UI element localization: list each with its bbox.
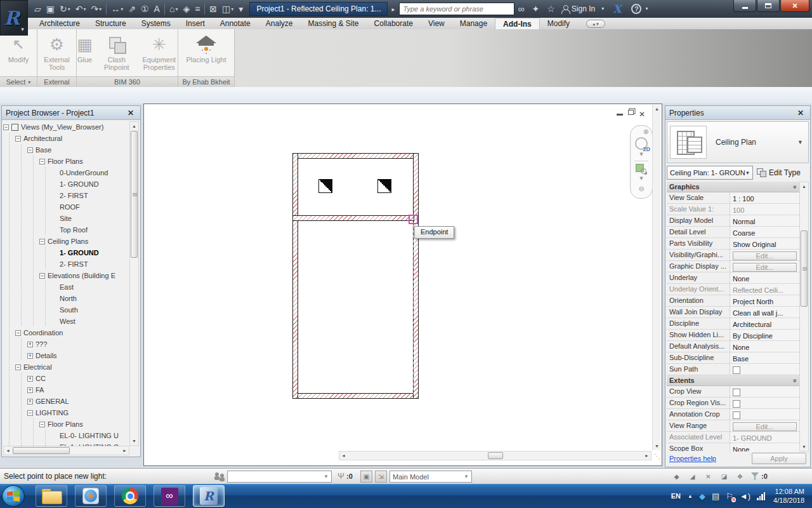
tree-item-2-first[interactable]: 2- FIRST	[3, 258, 129, 270]
help-caret-icon[interactable]: ▾	[645, 6, 648, 11]
tree-item-roof[interactable]: ROOF	[3, 201, 129, 213]
clock[interactable]: 12:08 AM 4/18/2018	[773, 487, 804, 505]
tab-massing-site[interactable]: Massing & Site	[301, 18, 367, 29]
customize-qat-icon[interactable]: ▾	[236, 2, 246, 16]
tag-icon[interactable]: ①	[138, 2, 152, 16]
tree-item-0-underground[interactable]: 0-UnderGround	[3, 167, 129, 178]
wall-divider[interactable]	[292, 215, 414, 221]
tree-item-views-my-view-browser[interactable]: −Views (My_View_Browser)	[3, 121, 129, 133]
properties-help-link[interactable]: Properties help	[669, 455, 716, 462]
property-value[interactable]	[730, 364, 799, 375]
wall-right[interactable]	[413, 153, 419, 399]
navbar-close-icon[interactable]: ⊗	[643, 128, 649, 136]
network-icon[interactable]	[757, 492, 765, 500]
wall-top[interactable]	[292, 153, 419, 159]
steering-wheel-2d-icon[interactable]	[635, 137, 648, 150]
tree-expander-minus[interactable]: −	[39, 273, 45, 279]
tab-modify[interactable]: Modify	[540, 18, 577, 29]
edit-button[interactable]: Edit...	[733, 251, 797, 260]
wall-left[interactable]	[292, 153, 298, 399]
navbar-collapse-icon[interactable]: ⊖	[638, 185, 644, 193]
property-value[interactable]: None	[730, 341, 799, 352]
tree-expander-minus[interactable]: −	[27, 147, 33, 153]
tree-expander-minus[interactable]: −	[27, 410, 33, 416]
tree-expander-minus[interactable]: −	[39, 239, 45, 244]
apply-button[interactable]: Apply	[752, 453, 806, 464]
tree-item-fa[interactable]: +FA	[3, 384, 129, 396]
scroll-down-icon[interactable]: ▼	[800, 443, 808, 451]
tree-expander-minus[interactable]: −	[39, 422, 45, 427]
title-flyout-icon[interactable]: ▸	[391, 6, 395, 13]
scroll-right-icon[interactable]: ►	[121, 446, 129, 455]
view-minimize-icon[interactable]	[617, 114, 623, 116]
taskbar-revit-button[interactable]: R	[193, 485, 225, 507]
tab-insert[interactable]: Insert	[178, 18, 213, 29]
sign-in-person-icon[interactable]	[561, 5, 569, 13]
instance-selector-combo[interactable]: Ceiling Plan: 1- GROUN▼	[667, 166, 753, 180]
start-button[interactable]	[2, 485, 25, 507]
close-hidden-windows-icon[interactable]: ⊠	[207, 2, 219, 16]
property-value[interactable]: Clean all wall j...	[730, 307, 799, 318]
tab-systems[interactable]: Systems	[134, 18, 178, 29]
tree-expander-minus[interactable]: −	[15, 330, 21, 336]
sign-in-caret-icon[interactable]: ▾	[601, 6, 604, 11]
property-value[interactable]: Edit...	[730, 250, 799, 260]
type-selector[interactable]: Ceiling Plan ▼	[667, 121, 809, 163]
open-icon[interactable]: ▱	[32, 2, 44, 16]
property-value[interactable]	[730, 386, 799, 397]
search-icon[interactable]: ∞	[518, 4, 525, 13]
drawing-area[interactable]: ✕ ⊗ ▾ ▾ ⊖ Endpoint ▲ ▼ ◄ ► ⋱	[143, 104, 662, 466]
placing-light-button[interactable]: Placing Light	[184, 31, 229, 65]
property-value[interactable]	[730, 398, 799, 408]
tree-item-site[interactable]: Site	[3, 213, 129, 224]
resize-grip[interactable]: ⋱	[654, 453, 660, 460]
scrollbar-thumb[interactable]	[131, 131, 138, 258]
property-value[interactable]: Normal	[730, 215, 799, 226]
select-pinned-icon[interactable]: ✕	[702, 471, 714, 483]
light-fixture-symbol[interactable]	[377, 179, 391, 193]
taskbar-chrome-button[interactable]	[114, 485, 146, 507]
clash-pinpoint-button[interactable]: Clash Pinpoint	[99, 31, 134, 73]
tree-expander-plus[interactable]: +	[27, 353, 33, 359]
tree-item-north[interactable]: North	[3, 293, 129, 304]
scroll-up-icon[interactable]: ▲	[653, 105, 661, 113]
drag-on-selection-icon[interactable]: ✥	[734, 471, 746, 483]
tree-item-1-ground[interactable]: 1- GROUND	[3, 247, 129, 258]
filter-icon[interactable]	[751, 472, 759, 483]
checkbox[interactable]	[733, 400, 740, 408]
action-center-flag-icon[interactable]: ⚐	[726, 491, 733, 501]
tree-item-south[interactable]: South	[3, 304, 129, 316]
view-close-icon[interactable]: ✕	[639, 111, 645, 117]
tree-item-floor-plans[interactable]: −Floor Plans	[3, 156, 129, 167]
project-browser-vscrollbar[interactable]: ▲ ▼	[129, 121, 139, 446]
edit-type-button[interactable]: Edit Type	[757, 168, 801, 177]
taskbar-media-player-button[interactable]	[75, 485, 107, 507]
tree-item-details[interactable]: +Details	[3, 350, 129, 361]
tree-expander-minus[interactable]: −	[39, 159, 45, 164]
property-value[interactable]: Base	[730, 352, 799, 363]
tab-annotate[interactable]: Annotate	[213, 18, 258, 29]
editable-requests-icon[interactable]: Ψ	[337, 471, 344, 481]
tab-analyze[interactable]: Analyze	[258, 18, 301, 29]
tab-structure[interactable]: Structure	[88, 18, 134, 29]
redo-icon[interactable]: ↷▾	[89, 2, 105, 16]
scroll-left-icon[interactable]: ◄	[339, 451, 348, 460]
scroll-up-icon[interactable]: ▲	[130, 122, 138, 130]
section-header-extents[interactable]: Extents«	[667, 375, 799, 386]
property-value[interactable]: 100	[730, 204, 799, 215]
search-input[interactable]	[399, 3, 514, 15]
text-icon[interactable]: A	[152, 2, 162, 16]
project-browser-close-icon[interactable]: ✕	[125, 109, 136, 117]
tree-expander-plus[interactable]: +	[27, 387, 33, 393]
tree-item-general[interactable]: +GENERAL	[3, 396, 129, 407]
show-hidden-icons-icon[interactable]: ▲	[688, 493, 693, 499]
project-browser-hscrollbar[interactable]: ◄ ►	[3, 446, 129, 455]
property-value[interactable]: Show Original	[730, 238, 799, 249]
help-icon[interactable]: ?	[631, 4, 641, 14]
scrollbar-thumb[interactable]	[801, 231, 808, 307]
language-indicator[interactable]: EN	[671, 492, 681, 500]
tree-item-base[interactable]: −Base	[3, 144, 129, 156]
tree-item-architectural[interactable]: −Architectural	[3, 133, 129, 144]
design-option-combo[interactable]: Main Model▼	[390, 471, 472, 483]
scroll-down-icon[interactable]: ▼	[130, 437, 138, 445]
